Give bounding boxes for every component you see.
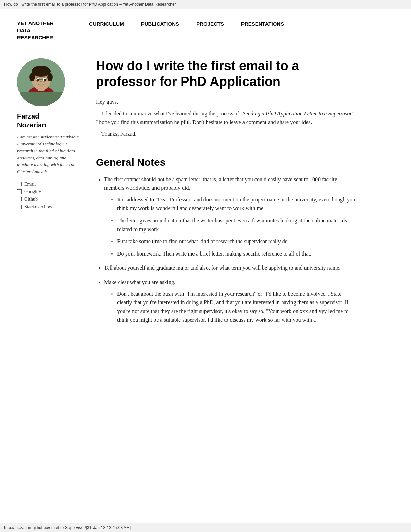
navigation: YET ANOTHER DATA RESEARCHER CURRICULUM P… [0,9,411,48]
avatar-container [17,58,79,106]
intro-body: I decided to summarize what I've learned… [96,109,356,127]
list-item: The letter gives no indication that the … [111,216,356,234]
social-links: Email Google+ Github Stackoverflow [17,182,79,210]
sidebar: Farzad Nozarian I am master student at A… [17,58,79,330]
list-item[interactable]: Stackoverflow [17,204,79,210]
checkbox-icon [17,205,22,209]
page-title-text: How do I write the first email to a prof… [4,2,176,7]
svg-rect-21 [17,92,65,106]
avatar-image [17,58,65,106]
section-title-general-notes: General Notes [96,157,356,168]
svg-point-17 [44,79,46,81]
main-content: How do I write the first email to a prof… [96,58,356,330]
social-link-googleplus: Google+ [24,189,41,195]
list-item: Make clear what you are asking. Don't be… [104,278,356,324]
main-layout: Farzad Nozarian I am master student at A… [0,48,411,347]
social-link-github: Github [24,197,38,202]
post-title: How do I write the first email to a prof… [96,58,356,89]
social-link-stackoverflow: Stackoverflow [24,204,52,210]
svg-point-13 [47,73,53,81]
author-bio: I am master student at Amirkabir Univers… [17,134,79,175]
browser-title-bar: How do I write the first email to a prof… [0,0,411,9]
list-item: The first contact should not be a spam l… [104,175,356,258]
social-link-email: Email [24,182,36,187]
list-item: Tell about yourself and graduate major a… [104,263,356,272]
list-item: First take some time to find out what ki… [111,237,356,246]
post-intro: Hey guys, I decided to summarize what I'… [96,98,356,138]
list-item[interactable]: Google+ [17,189,79,195]
nav-link-projects[interactable]: PROJECTS [196,21,224,27]
list-item: Don't beat about the bush with "I'm inte… [111,289,356,324]
list-item[interactable]: Email [17,182,79,187]
nav-link-presentations[interactable]: PRESENTATIONS [241,21,284,27]
intro-greeting: Hey guys, [96,98,356,107]
checkbox-icon [17,197,22,201]
author-name: Farzad Nozarian [17,112,79,129]
sub-bullet-list-2: Don't beat about the bush with "I'm inte… [104,289,356,324]
divider [96,147,356,147]
list-item: It is addressed to "Dear Professor" and … [111,195,356,213]
checkbox-icon [17,189,22,194]
avatar [17,58,65,106]
list-item: Do your homework. Then write me a brief … [111,249,356,258]
intro-italic: "Sending a PhD Application Letter to a S… [240,111,354,116]
nav-link-publications[interactable]: PUBLICATIONS [141,21,179,27]
checkbox-icon [17,182,22,186]
nav-link-curriculum[interactable]: CURRICULUM [89,21,124,27]
sub-bullet-list: It is addressed to "Dear Professor" and … [104,195,356,258]
svg-point-12 [29,73,35,81]
main-bullet-list: The first contact should not be a spam l… [96,175,356,324]
svg-point-16 [37,79,39,81]
intro-thanks: Thanks, Farzad. [96,129,356,138]
list-item[interactable]: Github [17,197,79,202]
site-title[interactable]: YET ANOTHER DATA RESEARCHER [17,20,58,41]
nav-links: CURRICULUM PUBLICATIONS PROJECTS PRESENT… [79,21,284,27]
